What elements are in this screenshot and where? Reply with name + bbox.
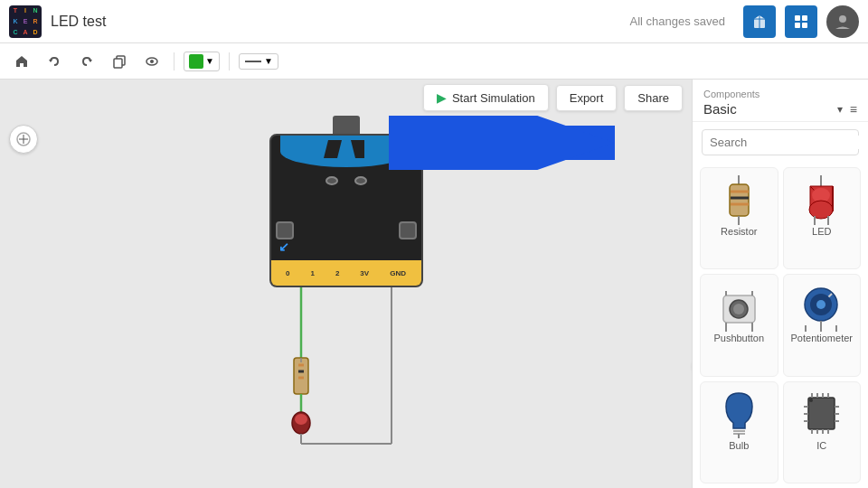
microbit-board[interactable]: 0 1 2 3V GND ↙ <box>269 134 423 287</box>
logo-c: C <box>11 27 21 37</box>
svg-marker-9 <box>49 60 52 62</box>
component-card-resistor[interactable]: Resistor <box>700 167 778 269</box>
home-button[interactable] <box>9 49 34 74</box>
usb-connector <box>333 116 360 134</box>
logo-d: D <box>31 27 41 37</box>
view-button[interactable] <box>139 49 165 74</box>
potentiometer-icon <box>799 284 844 329</box>
svg-rect-7 <box>802 23 807 28</box>
svg-rect-23 <box>294 358 308 394</box>
cube-icon <box>751 14 768 30</box>
logo-a: A <box>21 27 31 37</box>
ic-icon <box>799 391 844 436</box>
pin-0: 0 <box>286 269 289 277</box>
microbit-buttons <box>271 221 421 239</box>
logo-e: E <box>21 16 31 26</box>
pin-1: 1 <box>310 269 314 277</box>
redo-icon <box>80 54 94 69</box>
svg-point-53 <box>733 304 744 314</box>
user-avatar-button[interactable] <box>826 5 859 38</box>
play-icon: ▶ <box>437 90 447 105</box>
share-button[interactable]: Share <box>624 85 683 111</box>
start-simulation-label: Start Simulation <box>452 91 535 105</box>
grid-icon <box>793 14 809 30</box>
component-card-ic[interactable]: IC <box>783 381 862 483</box>
svg-point-60 <box>816 300 826 309</box>
color-swatch <box>189 54 203 69</box>
pushbutton-label: Pushbutton <box>713 333 764 343</box>
line-icon <box>244 56 262 67</box>
svg-rect-12 <box>114 59 122 68</box>
svg-marker-21 <box>351 140 364 158</box>
copy-icon <box>112 54 127 69</box>
main-area: ▶ Start Simulation Export Share <box>0 80 868 488</box>
circuit-wires-svg <box>256 286 437 466</box>
resistor-label: Resistor <box>721 226 757 237</box>
bulb-icon <box>716 391 761 436</box>
component-card-led[interactable]: LED <box>783 167 862 269</box>
toolbar: ▼ ▼ <box>0 43 868 80</box>
pin-gnd: GND <box>390 269 406 277</box>
led-label: LED <box>812 226 831 237</box>
search-bar[interactable] <box>702 129 859 155</box>
save-status: All changes saved <box>629 14 725 28</box>
compass-arrow: ↙ <box>278 239 289 254</box>
avatar-icon <box>834 13 852 31</box>
status-led <box>405 149 412 156</box>
components-grid: Resistor LED <box>693 163 868 488</box>
export-button[interactable]: Export <box>556 85 618 111</box>
bulb-label: Bulb <box>729 440 749 451</box>
svg-rect-5 <box>802 15 807 21</box>
potentiometer-label: Potentiometer <box>791 333 853 343</box>
pin-2: 2 <box>335 269 339 277</box>
separator-1 <box>174 52 175 70</box>
line-style-button[interactable]: ▼ <box>239 53 278 70</box>
svg-point-8 <box>839 15 846 23</box>
components-header: Components Basic ▾ ≡ <box>693 80 868 122</box>
ic-label: IC <box>816 440 826 451</box>
circuit-diagram: 0 1 2 3V GND ↙ <box>256 116 437 466</box>
component-card-bulb[interactable]: Bulb <box>700 381 778 483</box>
logo-i: I <box>21 5 31 15</box>
top-bar: T I N K E R C A D LED test All changes s… <box>0 0 868 43</box>
component-card-pushbutton[interactable]: Pushbutton <box>700 274 778 376</box>
grid-view-button[interactable] <box>785 5 817 38</box>
components-section-label: Components <box>703 89 857 99</box>
compass-icon <box>15 131 32 147</box>
led-display <box>303 176 390 190</box>
svg-rect-38 <box>730 184 749 216</box>
components-panel: Components Basic ▾ ≡ <box>692 80 868 488</box>
svg-point-48 <box>809 201 833 219</box>
right-eye <box>354 176 367 185</box>
redo-button[interactable] <box>74 49 99 74</box>
undo-button[interactable] <box>42 49 67 74</box>
microbit-btn-a[interactable] <box>276 221 294 239</box>
svg-rect-4 <box>795 15 800 21</box>
svg-marker-10 <box>89 60 92 62</box>
svg-point-30 <box>295 414 307 425</box>
microbit-pins: 0 1 2 3V GND <box>271 260 421 286</box>
chevron-down-icon: ▾ <box>837 103 843 116</box>
microbit-btn-b[interactable] <box>399 221 417 239</box>
view-toggle-button[interactable] <box>9 125 38 154</box>
face-eyes <box>326 176 367 185</box>
3d-view-button[interactable] <box>743 5 776 38</box>
pushbutton-icon <box>716 284 761 329</box>
component-card-potentiometer[interactable]: Potentiometer <box>783 274 862 376</box>
copy-button[interactable] <box>107 49 132 74</box>
list-view-icon[interactable]: ≡ <box>850 102 857 117</box>
eye-icon <box>145 54 159 69</box>
logo-k: K <box>11 16 21 26</box>
logo-n: N <box>31 5 41 15</box>
resistor-icon <box>716 177 761 222</box>
color-picker-button[interactable]: ▼ <box>184 52 220 71</box>
color-dropdown-arrow: ▼ <box>205 56 214 66</box>
components-type-dropdown[interactable]: Basic ▾ ≡ <box>703 101 857 117</box>
left-eye <box>326 176 338 185</box>
home-icon <box>14 54 29 69</box>
microbit-top <box>280 136 412 167</box>
start-simulation-button[interactable]: ▶ Start Simulation <box>423 84 549 111</box>
canvas-area[interactable]: ▶ Start Simulation Export Share <box>0 80 692 488</box>
tinkercad-logo[interactable]: T I N K E R C A D <box>9 5 42 38</box>
search-input[interactable] <box>710 136 862 149</box>
